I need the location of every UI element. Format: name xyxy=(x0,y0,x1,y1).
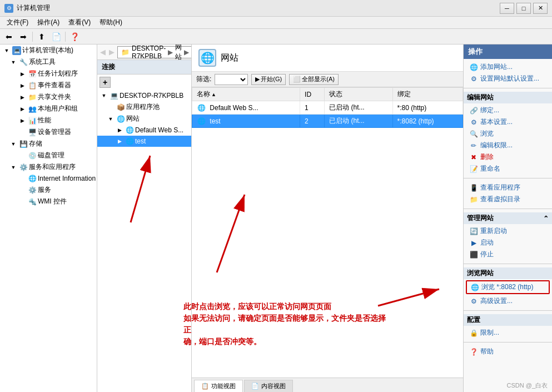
tree-disk-mgmt[interactable]: 💿 磁盘管理 xyxy=(0,150,97,161)
toggle-event[interactable]: ▶ xyxy=(18,81,27,90)
tree-task-scheduler[interactable]: ▶ 📅 任务计划程序 xyxy=(0,68,97,80)
tree-performance[interactable]: ▶ 📊 性能 xyxy=(0,115,97,126)
action-limit[interactable]: 🔒 限制... xyxy=(464,327,552,339)
breadcrumb-host[interactable]: DESKTOP-R7KPBLB xyxy=(132,44,166,60)
back-button[interactable]: ◀ xyxy=(100,46,106,58)
tree-service[interactable]: ⚙️ 服务 xyxy=(0,184,97,196)
nav-default-web[interactable]: ▶ 🌐 Default Web S... xyxy=(97,125,191,136)
tree-root[interactable]: ▼ 💻 计算机管理(本地) xyxy=(0,44,97,56)
action-edit-perms[interactable]: ✏ 编辑权限... xyxy=(464,140,552,151)
action-binding[interactable]: 🔗 绑定... xyxy=(464,105,552,116)
nav-test-label: test xyxy=(135,137,146,145)
show-all-button[interactable]: ⬜ 全部显示(A) xyxy=(289,74,339,85)
action-delete[interactable]: ✖ 删除 xyxy=(464,151,552,163)
forward-button[interactable]: ▶ xyxy=(108,46,115,58)
action-restart[interactable]: 🔄 重新启动 xyxy=(464,225,552,237)
site1-name-text: Default Web S... xyxy=(210,104,258,112)
close-button[interactable]: ✕ xyxy=(533,3,548,14)
help-icon: ❓ xyxy=(469,348,478,356)
tree-iis[interactable]: 🌐 Internet Information S xyxy=(0,173,97,184)
action-view-apps[interactable]: 📱 查看应用程序 xyxy=(464,182,552,193)
tree-shared-label: 共享文件夹 xyxy=(38,92,71,102)
menu-bar: 文件(F) 操作(A) 查看(V) 帮助(H) xyxy=(0,17,552,29)
filter-select[interactable] xyxy=(215,74,248,85)
minimize-button[interactable]: ─ xyxy=(500,3,514,14)
menu-action[interactable]: 操作(A) xyxy=(33,17,64,28)
toggle-disk[interactable] xyxy=(18,151,27,160)
tree-services-apps[interactable]: ▼ ⚙️ 服务和应用程序 xyxy=(0,161,97,173)
toggle-perf[interactable]: ▶ xyxy=(18,116,27,125)
restart-icon: 🔄 xyxy=(469,227,478,236)
menu-view[interactable]: 查看(V) xyxy=(64,17,95,28)
toggle-services[interactable]: ▼ xyxy=(9,163,18,172)
action-rename[interactable]: 📝 重命名 xyxy=(464,163,552,175)
manage-title-text: 管理网站 xyxy=(467,214,494,223)
col-id[interactable]: ID xyxy=(300,88,325,101)
toggle-root[interactable]: ▼ xyxy=(2,46,11,55)
toolbar-up[interactable]: ⬆ xyxy=(35,31,48,43)
tab-content-view[interactable]: 📄 内容视图 xyxy=(244,380,293,392)
toggle-task[interactable]: ▶ xyxy=(18,70,27,78)
col-status[interactable]: 状态 xyxy=(325,88,392,101)
tab-feature-view[interactable]: 📋 功能视图 xyxy=(194,380,243,392)
action-site-defaults[interactable]: ⚙ 设置网站默认设置... xyxy=(464,73,552,85)
action-basic-settings[interactable]: ⚙ 基本设置... xyxy=(464,116,552,128)
action-start[interactable]: ▶ 启动 xyxy=(464,237,552,249)
config-section-title: 配置 xyxy=(464,314,552,326)
action-stop[interactable]: ⬛ 停止 xyxy=(464,249,552,260)
table-row[interactable]: 🌐 test 2 已启动 (ht... *:8082 (http) xyxy=(192,115,463,128)
nav-toggle-default[interactable]: ▶ xyxy=(115,126,124,135)
toggle-system[interactable]: ▼ xyxy=(9,58,18,67)
toolbar-forward[interactable]: ➡ xyxy=(17,31,30,43)
nav-test-site[interactable]: ▶ 🌐 test xyxy=(97,136,191,147)
nav-server[interactable]: ▼ 💻 DESKTOP-R7KPBLB xyxy=(97,90,191,101)
icon-system: 🔧 xyxy=(19,58,28,67)
nav-toggle-test[interactable]: ▶ xyxy=(115,137,124,146)
menu-help[interactable]: 帮助(H) xyxy=(95,17,127,28)
toggle-device[interactable] xyxy=(18,128,27,137)
action-view-vdirs[interactable]: 📁 查看虚拟目录 xyxy=(464,193,552,205)
tree-system-tools[interactable]: ▼ 🔧 系统工具 xyxy=(0,56,97,68)
table-row[interactable]: 🌐 Default Web S... 1 已启动 (ht... *:80 (ht… xyxy=(192,101,463,115)
nav-apppool[interactable]: 📦 应用程序池 xyxy=(97,101,191,113)
toggle-service[interactable] xyxy=(18,186,27,195)
toolbar-show-hide[interactable]: 📄 xyxy=(49,31,63,43)
action-help[interactable]: ❓ 帮助 xyxy=(464,346,552,358)
advanced-settings-label: 高级设置... xyxy=(480,296,513,306)
tree-event-viewer[interactable]: ▶ 📋 事件查看器 xyxy=(0,80,97,91)
tree-storage[interactable]: ▼ 💾 存储 xyxy=(0,138,97,150)
tree-wmi[interactable]: 🔩 WMI 控件 xyxy=(0,196,97,207)
start-button[interactable]: ▶ 开始(G) xyxy=(251,74,286,85)
tree-service-label: 服务 xyxy=(38,185,51,195)
toggle-iis[interactable] xyxy=(18,174,27,183)
tree-local-users[interactable]: ▶ 👥 本地用户和组 xyxy=(0,103,97,115)
col-name[interactable]: 名称▲ xyxy=(192,88,300,101)
action-add-site[interactable]: 🌐 添加网站... xyxy=(464,61,552,73)
maximize-button[interactable]: □ xyxy=(516,3,531,14)
manage-expand-icon[interactable]: ⌃ xyxy=(543,215,549,222)
nav-toggle-server[interactable]: ▼ xyxy=(100,91,108,100)
toolbar-help[interactable]: ❓ xyxy=(68,31,81,43)
toggle-users[interactable]: ▶ xyxy=(18,105,27,113)
action-browse[interactable]: 🔍 浏览 xyxy=(464,128,552,140)
breadcrumb-sites[interactable]: 网站 xyxy=(175,44,182,62)
tree-device-manager[interactable]: 🖥️ 设备管理器 xyxy=(0,126,97,138)
nav-add-button[interactable]: + xyxy=(100,77,111,88)
toggle-shared[interactable]: ▶ xyxy=(18,93,27,102)
action-browse-8082[interactable]: 🌐 浏览 *:8082 (http) xyxy=(466,280,550,294)
site2-status: 已启动 (ht... xyxy=(325,115,392,128)
nav-header: 连接 xyxy=(97,60,191,75)
toggle-storage[interactable]: ▼ xyxy=(9,140,18,148)
tree-shared-folders[interactable]: ▶ 📁 共享文件夹 xyxy=(0,91,97,103)
show-all-label: 全部显示(A) xyxy=(302,75,335,83)
action-advanced-settings[interactable]: ⚙ 高级设置... xyxy=(464,295,552,307)
col-binding[interactable]: 绑定 xyxy=(392,88,463,101)
toggle-wmi[interactable] xyxy=(18,197,27,206)
section-sep-5 xyxy=(464,310,552,311)
tree-perf-label: 性能 xyxy=(38,116,51,125)
nav-toggle-apppool[interactable] xyxy=(106,103,115,112)
nav-toggle-sites[interactable]: ▼ xyxy=(106,115,115,123)
menu-file[interactable]: 文件(F) xyxy=(2,17,33,28)
nav-sites[interactable]: ▼ 🌐 网站 xyxy=(97,113,191,125)
toolbar-back[interactable]: ⬅ xyxy=(2,31,16,43)
